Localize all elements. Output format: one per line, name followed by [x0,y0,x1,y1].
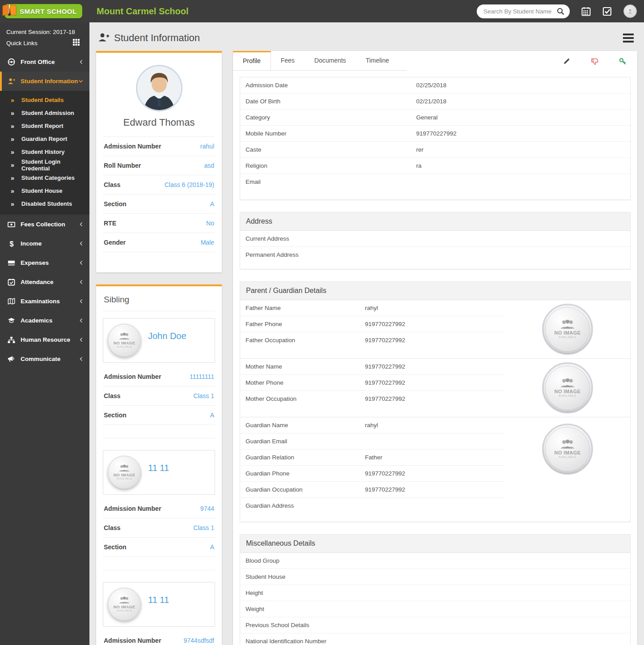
double-arrow-icon: » [11,110,14,117]
sidebar: Current Session: 2017-18 Quick Links Fro… [0,22,89,645]
guardian-group: Guardian Namerahyl Guardian Email Guardi… [240,417,630,522]
chevron-left-icon [79,337,83,342]
sibling-card: Sibling NO IMAGE AVAILABLE John Doe Admi… [96,284,222,645]
sibling-entry: NO IMAGE AVAILABLE 11 11 [103,582,215,627]
sidebar-item-student-information[interactable]: Student Information [0,72,89,91]
school-name: Mount Carmel School [97,6,189,17]
student-photo [136,65,182,111]
task-check-icon[interactable] [602,7,612,16]
search-icon[interactable] [557,8,564,17]
sidebar-item-label: Examinations [21,298,60,305]
no-image-avatar: NO IMAGE AVAILABLE [108,588,141,621]
detail-row: Admission Date02/25/2018 [240,77,630,93]
sidebar-item-label: Front Office [21,59,55,65]
sidebar-item-student-report[interactable]: »Student Report [0,119,89,132]
sibling-entry: NO IMAGE AVAILABLE 11 11 [103,450,215,495]
sidebar-item-student-history[interactable]: »Student History [0,145,89,158]
sidebar-item-label: Income [21,240,42,247]
info-row: SectionA [103,406,215,425]
detail-row: National Identification Number [240,633,630,645]
info-row: Admission Numberrahul [103,137,215,156]
sidebar-item-guardian-report[interactable]: »Guardian Report [0,132,89,145]
page-title: Student Information [114,32,200,44]
info-row: Admission Number9744 [103,499,215,518]
detail-row: Mobile Number919770227992 [240,126,630,142]
detail-tabs: Profile Fees Documents Timeline [233,51,407,71]
tab-profile[interactable]: Profile [233,51,271,70]
double-arrow-icon: » [11,174,14,182]
sidebar-item-label: Student Information [21,78,78,85]
no-image-avatar: NO IMAGE AVAILABLE [108,324,141,357]
sidebar-item-disabled-students[interactable]: »Disabled Students [0,197,89,210]
sidebar-item-human-resource[interactable]: Human Resource [0,330,89,349]
student-name: Edward Thomas [103,117,215,137]
sidebar-item-student-admission[interactable]: »Student Admission [0,106,89,119]
svg-text:$: $ [9,240,13,247]
detail-row: Guardian Occupation919770227992 [240,482,505,498]
book-pen-logo-icon [1,3,18,20]
mother-no-image-avatar: NO IMAGE AVAILABLE [545,365,590,410]
sidebar-item-fees-collection[interactable]: Fees Collection [0,215,89,234]
sidebar-item-label: Human Resource [21,336,70,343]
double-arrow-icon: » [11,136,14,143]
panel-menu-icon[interactable] [623,34,635,42]
detail-row: Mother Occupation919770227992 [240,391,505,407]
sidebar-item-student-house[interactable]: »Student House [0,184,89,197]
sidebar-item-income[interactable]: $ Income [0,234,89,253]
quick-links-label: Quick Links [6,40,38,47]
info-row: SectionA [103,538,215,557]
tab-fees[interactable]: Fees [271,51,305,70]
thumbs-down-icon[interactable] [591,58,598,65]
address-section: Address Current Address Permanent Addres… [240,212,631,269]
user-avatar[interactable] [623,4,637,18]
sibling-title: Sibling [103,293,215,311]
sidebar-item-expenses[interactable]: Expenses [0,253,89,272]
detail-row: Blood Group [240,553,630,569]
chevron-left-icon [79,59,83,64]
info-row: ClassClass 1 [103,386,215,406]
detail-row: Current Address [240,231,630,247]
tab-timeline[interactable]: Timeline [356,51,399,70]
sibling-name-link[interactable]: John Doe [148,331,186,341]
edit-pencil-icon[interactable] [563,58,570,65]
sibling-name-link[interactable]: 11 11 [148,463,169,473]
communicate-icon [8,355,15,363]
front-office-icon [8,58,15,66]
sidebar-item-student-categories[interactable]: »Student Categories [0,171,89,184]
student-information-icon [8,77,15,85]
double-arrow-icon: » [11,187,14,195]
sidebar-item-student-details[interactable]: »Student Details [0,93,89,106]
chevron-left-icon [79,356,83,361]
info-row: Admission Number9744sdfsdf [103,631,215,645]
search-input[interactable] [477,4,570,18]
no-image-avatar: NO IMAGE AVAILABLE [108,456,141,489]
guardian-no-image-avatar: NO IMAGE AVAILABLE [545,427,590,471]
sidebar-item-front-office[interactable]: Front Office [0,52,89,72]
sidebar-item-student-login-credential[interactable]: »Student Login Credential [0,158,89,171]
key-icon[interactable] [619,58,627,65]
academics-icon [8,317,15,324]
app-logo[interactable]: SMART SCHOOL [0,4,89,18]
detail-row: Guardian Phone919770227992 [240,466,505,482]
examinations-icon [8,297,15,305]
student-add-icon [98,32,110,44]
section-title: Address [240,212,630,231]
current-session-label: Current Session: 2017-18 [6,27,83,38]
fees-collection-icon [8,221,15,228]
chevron-left-icon [79,299,83,304]
sibling-name-link[interactable]: 11 11 [148,595,169,605]
sidebar-item-communicate[interactable]: Communicate [0,349,89,369]
tab-documents[interactable]: Documents [305,51,356,70]
detail-row: Permanent Address [240,247,630,263]
quick-links-grid-icon[interactable] [73,39,80,47]
detail-row: Guardian Email [240,433,505,450]
info-row: GenderMale [103,233,215,252]
detail-row: Date Of Birth02/21/2018 [240,93,630,110]
mother-group: Mother Name919770227992 Mother Phone9197… [240,359,630,417]
chevron-left-icon [79,241,83,246]
miscellaneous-section: Miscellaneous Details Blood Group Studen… [240,534,631,645]
calendar-icon[interactable] [581,7,591,16]
sidebar-item-examinations[interactable]: Examinations [0,292,89,311]
sidebar-item-academics[interactable]: Academics [0,311,89,330]
sidebar-item-attendance[interactable]: Attendance [0,272,89,292]
